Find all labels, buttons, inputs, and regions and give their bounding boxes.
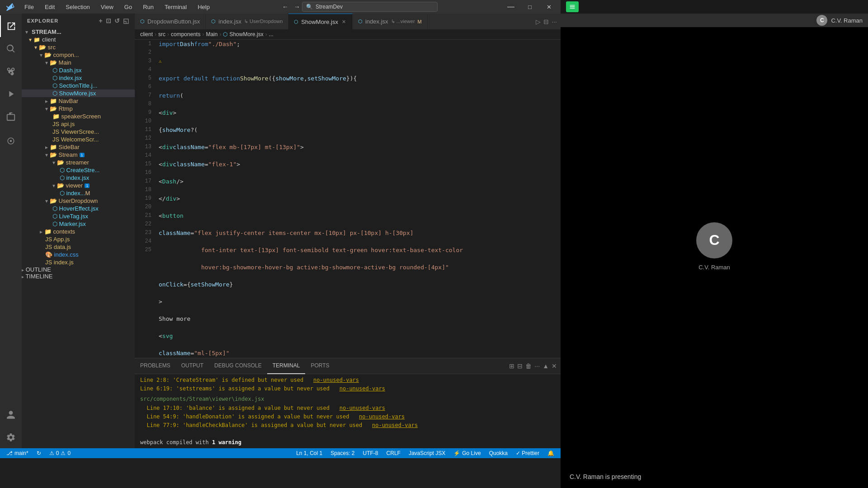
tree-item-dash[interactable]: ⬡ Dash.jsx bbox=[22, 66, 135, 74]
warn-link-3[interactable]: no-unused-vars bbox=[340, 405, 385, 411]
breadcrumb-main[interactable]: Main bbox=[206, 31, 217, 38]
notification-icon[interactable]: 🔔 bbox=[545, 448, 557, 458]
tree-item-src[interactable]: ▾ 📂 src bbox=[22, 43, 135, 51]
tree-item-indexcss[interactable]: 🎨 index.css bbox=[22, 251, 135, 258]
new-folder-icon[interactable]: ⊡ bbox=[106, 17, 112, 24]
run-code-icon[interactable]: ▷ bbox=[536, 18, 541, 25]
extensions-activity-icon[interactable] bbox=[0, 106, 22, 127]
eol-status[interactable]: CRLF bbox=[384, 448, 403, 458]
tree-root[interactable]: ▾ STREAM... bbox=[22, 28, 135, 36]
more-panel-icon[interactable]: ··· bbox=[534, 362, 540, 370]
global-search[interactable]: 🔍 StreamDev bbox=[302, 2, 438, 12]
warn-link-5[interactable]: no-unused-vars bbox=[372, 422, 418, 428]
menu-view[interactable]: View bbox=[97, 2, 117, 12]
tree-item-livetag[interactable]: ⬡ LiveTag.jsx bbox=[22, 212, 135, 220]
tree-item-createstre[interactable]: ⬡ CreateStre... bbox=[22, 166, 135, 174]
tree-item-welcomescr[interactable]: JS WelcomeScr... bbox=[22, 136, 135, 143]
tree-item-main[interactable]: ▾ 📂 Main bbox=[22, 59, 135, 66]
account-activity-icon[interactable] bbox=[0, 404, 22, 426]
breadcrumb-more[interactable]: ... bbox=[269, 31, 274, 38]
tree-item-speakerscreen[interactable]: 📁 speakerScreen bbox=[22, 113, 135, 120]
tree-item-contexts[interactable]: ▸ 📁 contexts bbox=[22, 228, 135, 235]
tree-item-api[interactable]: JS api.js bbox=[22, 120, 135, 128]
explorer-activity-icon[interactable] bbox=[0, 15, 22, 37]
collapse-all-icon[interactable]: ◱ bbox=[123, 17, 129, 24]
new-file-icon[interactable]: + bbox=[99, 17, 103, 24]
branch-status[interactable]: ⎇ main* bbox=[4, 448, 31, 458]
trash-icon[interactable]: 🗑 bbox=[525, 362, 532, 370]
nav-back-button[interactable]: ← bbox=[280, 2, 290, 11]
go-live-status[interactable]: ⚡ Go Live bbox=[451, 448, 483, 458]
quokka-status[interactable]: Quokka bbox=[486, 448, 510, 458]
tab-ports[interactable]: PORTS bbox=[305, 358, 335, 374]
tab-terminal[interactable]: TERMINAL bbox=[267, 358, 306, 374]
menu-selection[interactable]: Selection bbox=[62, 2, 93, 12]
tree-item-sidebar[interactable]: ▸ 📁 SideBar bbox=[22, 143, 135, 151]
warn-link-2[interactable]: no-unused-vars bbox=[340, 385, 385, 392]
maximize-button[interactable]: □ bbox=[522, 0, 538, 14]
outline-section[interactable]: ▸ OUTLINE bbox=[22, 266, 135, 273]
terminal-content[interactable]: Line 2:8: 'CreateStream' is defined but … bbox=[135, 374, 561, 448]
new-terminal-icon[interactable]: ⊞ bbox=[509, 362, 514, 370]
tree-item-rtmp[interactable]: ▾ 📂 Rtmp bbox=[22, 105, 135, 113]
tree-item-navbar[interactable]: ▸ 📁 NavBar bbox=[22, 97, 135, 105]
maximize-panel-icon[interactable]: ▲ bbox=[542, 362, 549, 370]
breadcrumb-src[interactable]: src bbox=[158, 31, 165, 38]
menu-go[interactable]: Go bbox=[121, 2, 136, 12]
split-terminal-icon[interactable]: ⊟ bbox=[517, 362, 523, 370]
tree-item-indexjs[interactable]: JS index.js bbox=[22, 258, 135, 266]
tree-item-datajs[interactable]: JS data.js bbox=[22, 243, 135, 251]
encoding-status[interactable]: UTF-8 bbox=[360, 448, 381, 458]
breadcrumb-showmore[interactable]: ShowMore.jsx bbox=[229, 31, 263, 38]
warn-link-1[interactable]: no-unused-vars bbox=[313, 377, 359, 383]
tree-item-showmore[interactable]: ⬡ ShowMore.jsx bbox=[22, 89, 135, 97]
breadcrumb-client[interactable]: client bbox=[140, 31, 153, 38]
search-activity-icon[interactable] bbox=[0, 38, 22, 60]
tree-item-hovereffect[interactable]: ⬡ HoverEffect.jsx bbox=[22, 205, 135, 212]
timeline-section[interactable]: ▸ TIMELINE bbox=[22, 273, 135, 280]
tree-item-viewerscreen[interactable]: JS ViewerScree... bbox=[22, 128, 135, 136]
close-button[interactable]: ✕ bbox=[541, 0, 557, 14]
tree-item-marker[interactable]: ⬡ Marker.jsx bbox=[22, 220, 135, 228]
tab-dropdown-button[interactable]: ⬡ DropdownButton.jsx bbox=[135, 14, 206, 29]
tree-item-appjs[interactable]: JS App.js bbox=[22, 235, 135, 243]
tree-item-viewer[interactable]: ▾ 📂 viewer 1 bbox=[22, 182, 135, 189]
tab-showmore[interactable]: ⬡ ShowMore.jsx ✕ bbox=[288, 14, 353, 29]
cursor-position[interactable]: Ln 1, Col 1 bbox=[293, 448, 325, 458]
menu-help[interactable]: Help bbox=[194, 2, 213, 12]
tree-item-components[interactable]: ▾ 📂 compon... bbox=[22, 51, 135, 59]
menu-file[interactable]: File bbox=[21, 2, 38, 12]
tree-item-userdropdown[interactable]: ▾ 📂 UserDropdown bbox=[22, 197, 135, 205]
tree-item-streamer[interactable]: ▾ 📂 streamer bbox=[22, 159, 135, 166]
settings-activity-icon[interactable] bbox=[0, 427, 22, 448]
tab-index-viewer[interactable]: ⬡ index.jsx ↳ ...viewer M bbox=[353, 14, 428, 29]
tree-item-indexm[interactable]: ⬡ index... M bbox=[22, 189, 135, 197]
tab-problems[interactable]: PROBLEMS bbox=[135, 358, 176, 374]
errors-status[interactable]: ⚠ 0 ⚠ 0 bbox=[47, 448, 73, 458]
minimize-button[interactable]: — bbox=[503, 0, 519, 14]
nav-forward-button[interactable]: → bbox=[292, 2, 302, 11]
tree-item-index1[interactable]: ⬡ index.jsx bbox=[22, 74, 135, 82]
prettier-status[interactable]: ✓ Prettier bbox=[513, 448, 542, 458]
tab-output[interactable]: OUTPUT bbox=[176, 358, 209, 374]
close-panel-icon[interactable]: ✕ bbox=[552, 362, 557, 370]
tree-item-client[interactable]: ▾ 📁 client bbox=[22, 36, 135, 43]
tree-item-index2[interactable]: ⬡ index.jsx bbox=[22, 174, 135, 182]
warn-link-4[interactable]: no-unused-vars bbox=[359, 413, 405, 420]
menu-run[interactable]: Run bbox=[139, 2, 157, 12]
tab-index-userdropdown[interactable]: ⬡ index.jsx ↳ UserDropdown bbox=[206, 14, 288, 29]
more-actions-icon[interactable]: ··· bbox=[552, 18, 557, 25]
tab-debug-console[interactable]: DEBUG CONSOLE bbox=[209, 358, 267, 374]
menu-terminal[interactable]: Terminal bbox=[161, 2, 190, 12]
breadcrumb-components[interactable]: components bbox=[171, 31, 200, 38]
split-editor-icon[interactable]: ⊟ bbox=[543, 18, 549, 25]
source-control-activity-icon[interactable] bbox=[0, 61, 22, 82]
spaces-status[interactable]: Spaces: 2 bbox=[328, 448, 357, 458]
run-debug-activity-icon[interactable] bbox=[0, 83, 22, 105]
sync-status[interactable]: ↻ bbox=[34, 448, 44, 458]
code-content[interactable]: import Dash from "./Dash"; ⚠ export defa… bbox=[155, 40, 561, 358]
remote-activity-icon[interactable] bbox=[0, 130, 22, 152]
tab-close-button[interactable]: ✕ bbox=[341, 19, 347, 25]
tree-item-sectiontitle[interactable]: ⬡ SectionTitle.j... bbox=[22, 82, 135, 89]
tree-item-stream[interactable]: ▾ 📂 Stream 1 bbox=[22, 151, 135, 159]
